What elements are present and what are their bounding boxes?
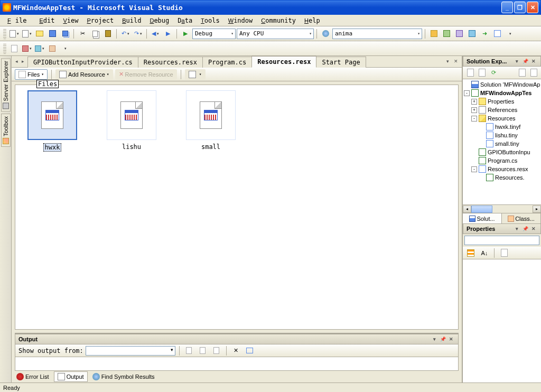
cut-button[interactable]: ✂ [77,28,88,40]
output-source-combo[interactable] [86,346,175,356]
scroll-left-arrow[interactable]: ◂ [463,206,471,213]
tb2-btn3[interactable] [34,43,45,54]
menu-window[interactable]: Window [224,16,257,25]
tree-properties-node[interactable]: +Properties [463,97,541,106]
toolbox-tab[interactable]: Toolbox [1,114,11,147]
class-view-tab[interactable]: Class... [502,213,541,223]
tab-scroll-right[interactable]: ▸ [19,58,26,65]
se-showall-button[interactable] [477,68,487,78]
new-project-button[interactable] [8,28,20,40]
tree-gpio-file[interactable]: GPIOButtonInpu [463,148,541,156]
tree-references-node[interactable]: +References [463,106,541,114]
menu-build[interactable]: Build [118,16,145,25]
copy-button[interactable] [89,28,101,40]
solution-explorer-tab[interactable]: Solut... [463,213,502,223]
save-button[interactable] [46,28,58,40]
tab-list-dropdown[interactable]: ▾ [444,58,451,65]
output-dropdown-icon[interactable]: ▾ [431,335,438,343]
config-combo[interactable]: Debug [192,29,236,39]
props-close-icon[interactable]: ✕ [530,225,537,232]
add-resource-button[interactable]: Add Resource [55,69,113,80]
tree-resources-designer[interactable]: Resources. [463,173,541,182]
find-symbol-results-tab[interactable]: Find Symbol Results [89,371,158,382]
tb2-btn5[interactable] [59,43,71,54]
find-combo[interactable]: anima [332,29,422,39]
resource-item-hwxk[interactable]: hwxk [26,90,79,324]
tb-ext5[interactable]: ➜ [479,28,490,40]
toolbar-options[interactable] [504,28,516,40]
add-item-button[interactable] [21,28,33,40]
props-pin-icon[interactable]: 📌 [521,225,529,232]
properties-panel-header[interactable]: Properties ▾ 📌 ✕ [463,223,541,234]
tb2-btn2[interactable] [21,43,33,54]
output-close-icon[interactable]: ✕ [447,335,455,343]
close-button[interactable]: ✕ [527,2,538,13]
resource-item-lishu[interactable]: lishu [105,90,158,324]
se-view-designer-button[interactable] [528,68,539,78]
minimize-button[interactable]: _ [501,2,513,13]
save-all-button[interactable] [59,28,71,40]
tb2-btn1[interactable] [8,43,20,54]
tree-resources-folder[interactable]: -Resources [463,114,541,123]
menu-file[interactable]: File [3,16,35,25]
output-btn3[interactable] [211,345,222,357]
menu-data[interactable]: Data [173,16,197,25]
toolbar-grip[interactable] [3,29,6,39]
resource-item-small[interactable]: small [184,90,237,324]
tb-ext4[interactable] [466,28,478,40]
tree-lishu-file[interactable]: lishu.tiny [463,131,541,139]
menu-project[interactable]: Project [82,16,118,25]
output-panel-header[interactable]: Output ▾ 📌 ✕ [15,334,459,344]
se-horizontal-scrollbar[interactable]: ◂ ▸ [463,204,541,213]
menu-community[interactable]: Community [257,16,300,25]
doc-tab-gpio[interactable]: GPIOButtonInputProvider.cs [27,57,138,68]
navigate-back-button[interactable]: ◀ [150,28,161,40]
tree-project-node[interactable]: -MFWindowAppTes [463,89,541,97]
doc-tab-startpage[interactable]: Start Page [316,57,366,68]
tb2-btn4[interactable] [46,43,58,54]
output-wrap-button[interactable] [244,345,256,357]
props-dropdown-icon[interactable]: ▾ [513,225,520,232]
doc-tab-program[interactable]: Program.cs [202,57,252,68]
start-debug-button[interactable]: ▶ [180,28,191,40]
tree-hwxk-file[interactable]: hwxk.tinyf [463,123,541,131]
tab-close-button[interactable]: ✕ [452,58,460,65]
props-alphabetical-button[interactable]: A↓ [479,247,490,259]
menu-view[interactable]: View [59,16,82,25]
tree-small-file[interactable]: small.tiny [463,139,541,148]
menu-tools[interactable]: Tools [197,16,224,25]
output-tab[interactable]: Output [54,371,88,382]
tb-ext2[interactable] [441,28,452,40]
tree-solution-node[interactable]: Solution 'MFWindowAp [463,80,541,89]
props-categorized-button[interactable] [465,247,477,259]
se-refresh-button[interactable]: ⟳ [488,68,499,78]
menu-debug[interactable]: Debug [145,16,173,25]
paste-button[interactable] [102,28,114,40]
solution-explorer-header[interactable]: Solution Exp... ▾ 📌 ✕ [463,56,541,67]
remove-resource-button[interactable]: ✕Remove Resource [115,69,177,80]
se-view-code-button[interactable] [517,68,527,78]
resource-view-button[interactable] [185,69,206,80]
se-pin-icon[interactable]: 📌 [521,58,529,65]
scroll-thumb[interactable] [471,206,492,213]
doc-tab-resources-active[interactable]: Resources.resx [251,56,316,68]
menu-edit[interactable]: Edit [35,16,59,25]
props-pages-button[interactable] [498,247,510,259]
tb-ext6[interactable] [491,28,503,40]
scroll-right-arrow[interactable]: ▸ [533,206,541,213]
redo-button[interactable]: ↷ [132,28,144,40]
server-explorer-tab[interactable]: Server Explorer [1,58,11,111]
tb-ext3[interactable] [453,28,465,40]
platform-combo[interactable]: Any CPU [237,29,314,39]
properties-grid[interactable] [463,259,541,382]
se-dropdown-icon[interactable]: ▾ [513,58,520,65]
output-text-area[interactable] [15,357,459,371]
maximize-button[interactable]: ❐ [514,2,526,13]
error-list-tab[interactable]: Error List [13,371,53,382]
doc-tab-resources1[interactable]: Resources.resx [138,57,203,68]
navigate-fwd-button[interactable]: ▶ [162,28,174,40]
output-btn2[interactable] [197,345,209,357]
tb-ext1[interactable] [428,28,440,40]
output-pin-icon[interactable]: 📌 [439,335,446,343]
output-clear-button[interactable]: ✕ [230,345,242,357]
